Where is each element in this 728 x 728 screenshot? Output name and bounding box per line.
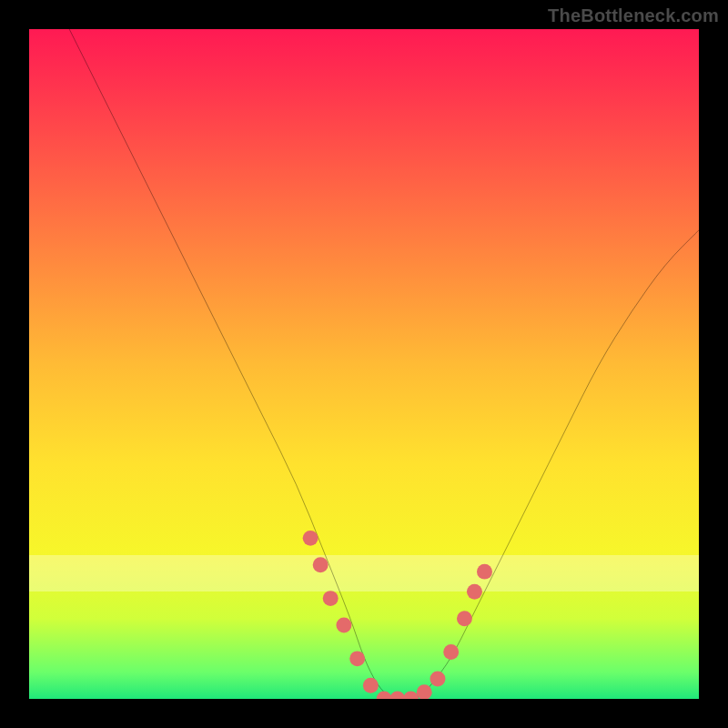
marker-dot	[303, 531, 318, 546]
marker-dot	[323, 591, 339, 606]
marker-dot	[467, 584, 482, 600]
marker-dot	[363, 678, 379, 693]
attribution-text: TheBottleneck.com	[548, 5, 719, 26]
plot-area	[29, 29, 699, 699]
marker-dot	[349, 651, 365, 666]
marker-dot	[477, 564, 492, 580]
marker-dot	[417, 684, 432, 699]
marker-dot	[389, 692, 405, 699]
bottleneck-curve	[69, 29, 699, 699]
marker-dot	[403, 692, 419, 699]
marker-points	[303, 531, 492, 699]
marker-dot	[430, 671, 445, 686]
marker-dot	[336, 618, 351, 633]
chart-frame: TheBottleneck.com	[0, 0, 728, 728]
marker-dot	[313, 557, 329, 572]
marker-dot	[457, 611, 472, 626]
curve-layer	[29, 29, 699, 699]
marker-dot	[443, 644, 459, 660]
marker-dot	[377, 692, 392, 699]
